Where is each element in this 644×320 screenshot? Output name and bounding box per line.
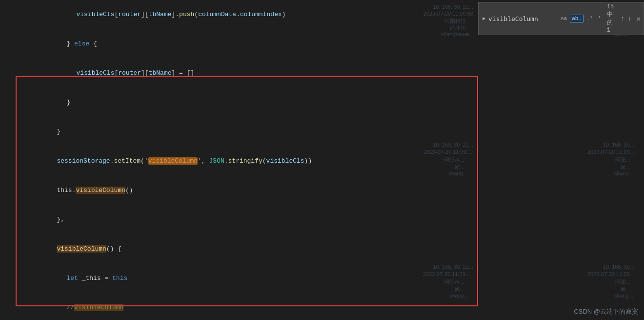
csdn-watermark: CSDN @云端下的寂寞 [574,307,638,316]
search-asterisk[interactable]: * [596,15,603,22]
code-area: ► Aa ab. .* * 15 中的 1 ↑ ↓ ✕ visibleCls[r… [0,0,644,320]
search-close-button[interactable]: ✕ [637,15,641,23]
search-prev-button[interactable]: ↑ [620,15,625,22]
code-line: let _this = this [24,264,644,293]
search-whole-word[interactable]: ab. [570,15,584,22]
code-line: }, [24,205,644,235]
code-line: this.visibleColumn() [24,176,644,205]
code-container: visibleCls[router][tbName].push(columnDa… [0,0,644,320]
search-options: Aa ab. .* * [559,15,603,22]
search-regex[interactable]: .* [584,15,595,22]
code-line: } [24,117,644,147]
code-line: visibleColumn() { [24,235,644,264]
search-bar[interactable]: ► Aa ab. .* * 15 中的 1 ↑ ↓ ✕ [478,2,644,35]
code-line: visibleCls[router][tbName] = [] [24,59,644,88]
search-next-button[interactable]: ↓ [626,15,632,22]
code-line: } [24,88,644,117]
search-nav: ↑ ↓ [620,15,633,22]
search-expand-icon[interactable]: ► [482,16,486,21]
search-input[interactable] [488,15,557,22]
search-count: 15 中的 1 [607,3,618,34]
code-line: sessionStorage.setItem('visibleColumn', … [24,147,644,176]
code-line: //visibleColumn [24,293,644,320]
search-case-sensitive[interactable]: Aa [559,15,569,22]
